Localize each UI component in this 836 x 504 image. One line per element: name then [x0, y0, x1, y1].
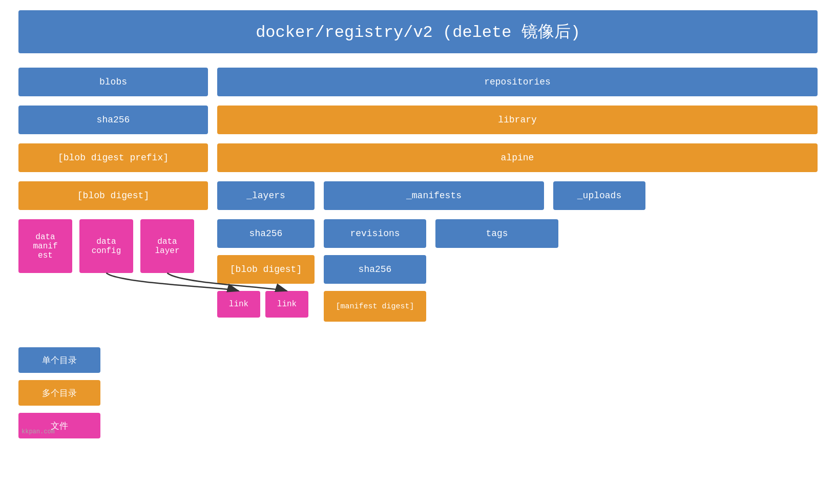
blob-digest-prefix-box: [blob digest prefix]	[18, 143, 208, 172]
link2-box: link	[265, 291, 308, 318]
alpine-box: alpine	[217, 143, 818, 172]
blob-digest-box: [blob digest]	[18, 181, 208, 210]
single-dir-legend: 单个目录	[18, 347, 100, 373]
repositories-box: repositories	[217, 68, 818, 96]
data-config-box: data config	[79, 219, 133, 273]
sha256-layers-box: sha256	[217, 219, 315, 248]
manifest-digest-box: [manifest digest]	[324, 291, 426, 322]
data-manifest-box: data manif est	[18, 219, 72, 273]
manifests-box: _manifests	[324, 181, 544, 210]
library-box: library	[217, 106, 818, 134]
multi-dir-legend: 多个目录	[18, 380, 100, 406]
link1-box: link	[217, 291, 260, 318]
revisions-box: revisions	[324, 219, 426, 248]
sha256-blobs-box: sha256	[18, 106, 208, 134]
blobs-box: blobs	[18, 68, 208, 96]
blob-digest-layers-box: [blob digest]	[217, 255, 315, 284]
data-layer-box: data layer	[140, 219, 194, 273]
uploads-box: _uploads	[553, 181, 645, 210]
layers-box: _layers	[217, 181, 315, 210]
page-title: docker/registry/v2 (delete 镜像后)	[18, 10, 818, 53]
sha256-revisions-box: sha256	[324, 255, 426, 284]
watermark: kkpan.com	[22, 428, 55, 435]
tags-box: tags	[435, 219, 558, 248]
